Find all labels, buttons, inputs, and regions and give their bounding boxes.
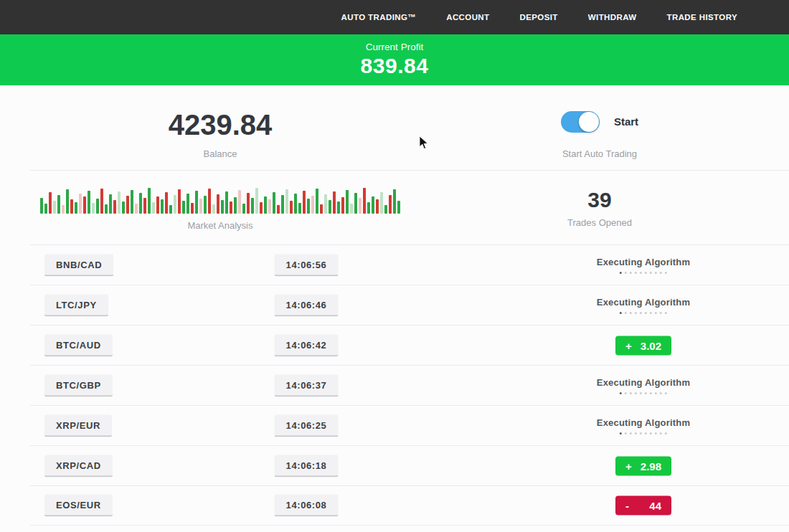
chart-bar	[53, 201, 56, 214]
time-pill: 14:06:18	[275, 455, 339, 477]
chart-bar	[195, 191, 198, 214]
auto-trading-block: Start Start Auto Trading	[410, 100, 789, 170]
executing-algorithm-label: Executing Algorithm	[597, 377, 690, 388]
chart-bar	[393, 189, 396, 214]
chart-bar	[264, 196, 267, 214]
table-row: XRP/CAD 14:06:18 +2.98	[30, 445, 789, 485]
chart-bar	[178, 189, 181, 214]
profit-badge: +3.02	[615, 336, 671, 355]
chart-bar	[182, 201, 185, 214]
chart-bar	[118, 191, 121, 214]
chart-bar	[367, 202, 370, 214]
chart-bar	[230, 201, 232, 214]
pair-pill[interactable]: BNB/CAD	[44, 254, 113, 276]
executing-algorithm-label: Executing Algorithm	[597, 257, 690, 267]
chart-bar	[260, 202, 263, 214]
chart-bar	[255, 188, 258, 214]
stats-section: 4239.84 Balance Start Start Auto Trading…	[0, 85, 789, 233]
loading-dots-icon	[620, 432, 667, 434]
chart-bar	[92, 203, 95, 214]
pair-pill[interactable]: BTC/GBP	[44, 374, 113, 396]
pair-pill[interactable]: EOS/EUR	[44, 495, 113, 517]
chart-bar	[234, 197, 237, 214]
nav-item-trade-history[interactable]: TRADE HISTORY	[667, 13, 738, 22]
chart-bar	[324, 194, 327, 214]
chart-bar	[268, 199, 271, 214]
top-navbar: AUTO TRADING™ACCOUNTDEPOSITWITHDRAWTRADE…	[0, 0, 789, 34]
chart-bar	[303, 191, 306, 214]
chart-bar	[156, 196, 159, 214]
chart-bar	[75, 202, 77, 214]
chart-bar	[122, 201, 125, 214]
chart-bar	[251, 198, 254, 214]
chart-bar	[174, 195, 176, 214]
chart-bar	[143, 198, 146, 214]
chart-bar	[350, 204, 353, 214]
chart-bar	[169, 205, 172, 214]
balance-block: 4239.84 Balance	[30, 100, 410, 170]
time-pill: 14:06:42	[275, 334, 339, 356]
chart-bar	[152, 202, 155, 214]
trade-status: +2.98	[615, 456, 671, 475]
table-row: BNB/CAD 14:06:56 Executing Algorithm	[30, 244, 789, 285]
pair-pill[interactable]: XRP/EUR	[44, 414, 112, 437]
chart-bar	[294, 194, 297, 214]
pair-pill[interactable]: BTC/AUD	[44, 334, 113, 356]
trades-list: BNB/CAD 14:06:56 Executing Algorithm LTC…	[30, 244, 789, 526]
chart-bar	[384, 205, 387, 214]
nav-item-withdraw[interactable]: WITHDRAW	[588, 13, 637, 22]
chart-bar	[131, 190, 133, 214]
chart-bar	[161, 199, 164, 214]
chart-bar	[354, 193, 357, 214]
current-profit-label: Current Profit	[366, 42, 423, 52]
chart-bar	[100, 189, 103, 214]
chart-bar	[44, 204, 47, 214]
chart-bar	[376, 199, 379, 214]
chart-bar	[113, 200, 116, 214]
chart-bar	[281, 195, 284, 214]
chart-bar	[242, 204, 245, 214]
chart-bar	[389, 195, 392, 214]
time-pill: 14:06:37	[275, 374, 339, 396]
profit-badge: +2.98	[615, 456, 671, 475]
chart-bar	[62, 205, 65, 214]
chart-bar	[186, 194, 189, 214]
balance-value: 4239.84	[169, 110, 273, 139]
trades-opened-value: 39	[587, 189, 611, 211]
chart-bar	[126, 196, 129, 214]
auto-trading-toggle[interactable]	[561, 111, 600, 133]
pair-pill[interactable]: LTC/JPY	[44, 294, 108, 316]
time-pill: 14:06:25	[275, 414, 339, 437]
pair-pill[interactable]: XRP/CAD	[44, 455, 113, 477]
chart-bar	[199, 199, 202, 214]
loading-dots-icon	[620, 392, 667, 394]
chart-bar	[290, 201, 293, 214]
chart-bar	[109, 194, 112, 214]
chart-bar	[333, 191, 336, 214]
chart-bar	[247, 193, 250, 214]
chart-bar	[148, 188, 151, 214]
chart-bar	[372, 196, 374, 214]
chart-bar	[341, 197, 344, 214]
chart-bar	[135, 204, 138, 214]
chart-bar	[212, 204, 215, 214]
chart-bar	[88, 191, 90, 214]
time-pill: 14:06:46	[275, 294, 339, 316]
auto-trading-label: Start Auto Trading	[562, 148, 637, 159]
chart-bar	[311, 196, 314, 214]
market-analysis-label: Market Analysis	[187, 220, 252, 231]
loading-dots-icon	[620, 272, 667, 274]
chart-bar	[316, 189, 318, 214]
table-row: LTC/JPY 14:06:46 Executing Algorithm	[30, 285, 789, 325]
trade-status: Executing Algorithm	[597, 297, 690, 314]
trade-status: -44	[615, 496, 671, 516]
chart-bar	[225, 191, 228, 214]
nav-item-auto-trading[interactable]: AUTO TRADING™	[341, 13, 417, 22]
chart-bar	[66, 189, 69, 214]
chart-bar	[217, 194, 219, 214]
nav-item-deposit[interactable]: DEPOSIT	[520, 13, 558, 22]
market-analysis-block: Market Analysis	[30, 184, 410, 233]
nav-item-account[interactable]: ACCOUNT	[446, 13, 489, 22]
chart-bar	[380, 192, 383, 214]
chart-bar	[204, 196, 207, 214]
